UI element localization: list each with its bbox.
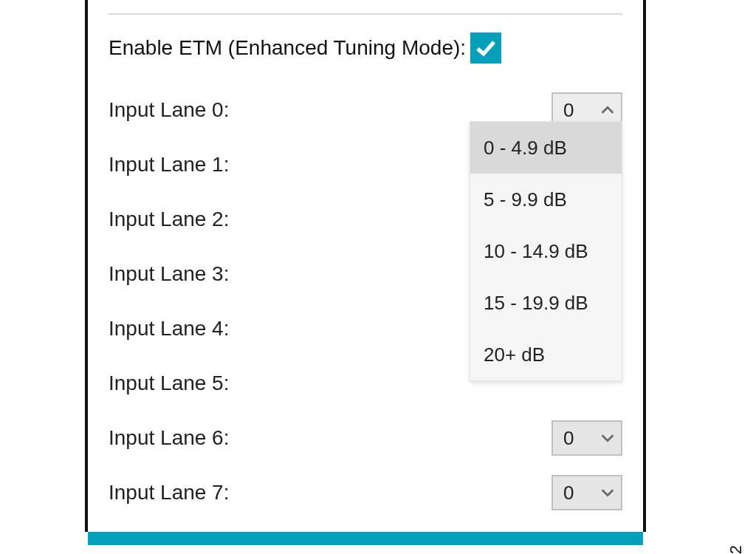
dropdown-option[interactable]: 20+ dB (470, 329, 622, 380)
dropdown-option[interactable]: 15 - 19.9 dB (470, 277, 622, 329)
accent-bar (88, 532, 643, 545)
lane-label: Input Lane 2: (109, 208, 229, 231)
checkmark-icon (474, 36, 498, 60)
lane-select-value: 0 (553, 99, 594, 122)
figure-code: 002 (726, 545, 746, 554)
lane-row-7: Input Lane 7: 0 (109, 465, 622, 520)
lane-label: Input Lane 1: (109, 153, 229, 177)
etm-row: Enable ETM (Enhanced Tuning Mode): (109, 33, 622, 64)
lane-row-6: Input Lane 6: 0 (109, 411, 622, 465)
dropdown-option[interactable]: 5 - 9.9 dB (470, 174, 622, 225)
lane-label: Input Lane 4: (109, 317, 229, 341)
etm-checkbox[interactable] (470, 33, 501, 64)
etm-label: Enable ETM (Enhanced Tuning Mode): (109, 36, 466, 60)
dropdown-option[interactable]: 0 - 4.9 dB (470, 122, 622, 174)
lane-select-7[interactable]: 0 (551, 475, 622, 510)
dropdown-option[interactable]: 10 - 14.9 dB (470, 225, 622, 277)
lane-select-dropdown[interactable]: 0 - 4.9 dB 5 - 9.9 dB 10 - 14.9 dB 15 - … (470, 121, 622, 381)
chevron-down-icon (594, 430, 621, 446)
chevron-down-icon (594, 485, 621, 501)
settings-panel: Enable ETM (Enhanced Tuning Mode): Input… (85, 0, 646, 532)
lane-select-value: 0 (553, 482, 594, 505)
lane-select-6[interactable]: 0 (551, 420, 622, 456)
lane-select-value: 0 (553, 427, 594, 450)
lane-label: Input Lane 7: (109, 481, 229, 505)
lane-label: Input Lane 0: (109, 98, 229, 122)
lane-label: Input Lane 3: (109, 262, 229, 286)
lane-label: Input Lane 6: (109, 426, 229, 450)
lane-label: Input Lane 5: (109, 372, 229, 395)
chevron-up-icon (594, 102, 621, 118)
section-divider (109, 13, 622, 15)
